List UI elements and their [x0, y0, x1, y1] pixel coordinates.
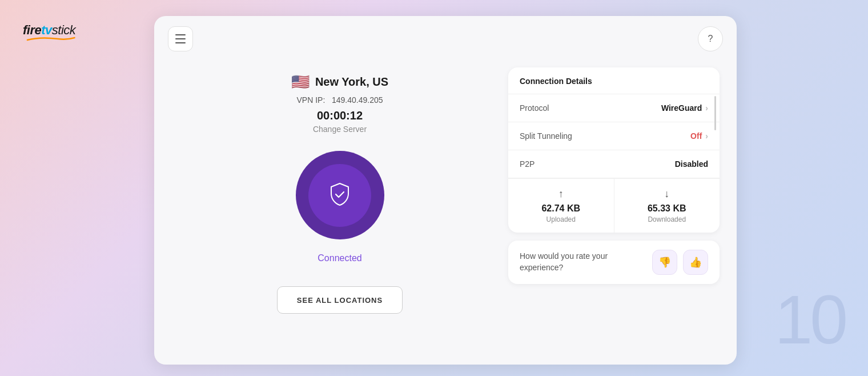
- location-name: New York, US: [315, 75, 388, 89]
- thumbs-up-button[interactable]: 👍: [683, 250, 708, 275]
- p2p-row: P2P Disabled: [508, 150, 720, 178]
- download-stat: ↓ 65.33 KB Downloaded: [614, 179, 720, 233]
- split-tunneling-value: Off ›: [690, 131, 708, 141]
- main-card: ? 🇺🇸 New York, US VPN IP: 149.40.49.205 …: [154, 16, 737, 365]
- timer: 00:00:12: [317, 109, 363, 122]
- content-area: 🇺🇸 New York, US VPN IP: 149.40.49.205 00…: [154, 62, 737, 365]
- change-server: Change Server: [313, 125, 367, 134]
- download-arrow-icon: ↓: [664, 188, 669, 200]
- thumbs-down-button[interactable]: 👎: [652, 250, 677, 275]
- logo-swoosh: [23, 35, 75, 42]
- help-icon: ?: [708, 34, 713, 44]
- menu-line-2: [175, 38, 186, 39]
- protocol-row[interactable]: Protocol WireGuard ›: [508, 94, 720, 122]
- stats-row: ↑ 62.74 KB Uploaded ↓ 65.33 KB Downloade…: [508, 178, 720, 233]
- connected-status: Connected: [318, 253, 361, 263]
- location-row: 🇺🇸 New York, US: [291, 73, 388, 91]
- split-tunneling-chevron: ›: [705, 131, 708, 141]
- left-panel: 🇺🇸 New York, US VPN IP: 149.40.49.205 00…: [171, 67, 508, 347]
- flag-icon: 🇺🇸: [291, 73, 310, 91]
- vpn-ip-label: VPN IP:: [297, 95, 326, 105]
- split-tunneling-label: Split Tunneling: [520, 131, 572, 141]
- vpn-circle-inner: [308, 164, 371, 227]
- menu-button[interactable]: [168, 26, 193, 51]
- vpn-ip-value: 149.40.49.205: [332, 95, 383, 105]
- download-value: 65.33 KB: [648, 203, 686, 214]
- upload-stat: ↑ 62.74 KB Uploaded: [508, 179, 614, 233]
- help-button[interactable]: ?: [698, 26, 723, 51]
- rating-question: How would you rate your experience?: [520, 251, 622, 273]
- thumbs-up-icon: 👍: [689, 256, 702, 269]
- vpn-connect-button[interactable]: [296, 151, 384, 239]
- watermark: 10: [775, 280, 845, 359]
- connection-details-header: Connection Details: [508, 67, 720, 94]
- top-bar: ?: [154, 16, 737, 62]
- protocol-chevron: ›: [705, 103, 708, 113]
- menu-line-1: [175, 34, 186, 35]
- thumbs-down-icon: 👎: [658, 256, 671, 269]
- rating-buttons: 👎 👍: [652, 250, 708, 275]
- vpn-ip: VPN IP: 149.40.49.205: [297, 95, 383, 105]
- shield-icon: [327, 181, 353, 210]
- p2p-value: Disabled: [675, 159, 708, 169]
- upload-value: 62.74 KB: [541, 203, 580, 214]
- see-all-locations-button[interactable]: SEE ALL LOCATIONS: [277, 286, 403, 314]
- p2p-label: P2P: [520, 159, 535, 169]
- connection-details-card: Connection Details Protocol WireGuard › …: [508, 67, 720, 233]
- menu-line-3: [175, 42, 186, 43]
- split-tunneling-row[interactable]: Split Tunneling Off ›: [508, 122, 720, 150]
- download-label: Downloaded: [648, 215, 686, 223]
- right-panel: Connection Details Protocol WireGuard › …: [508, 67, 720, 347]
- upload-arrow-icon: ↑: [558, 188, 564, 200]
- scrollbar: [714, 96, 716, 130]
- rating-card: How would you rate your experience? 👎 👍: [508, 241, 720, 284]
- logo: firetvstick: [23, 23, 75, 38]
- protocol-label: Protocol: [520, 103, 549, 113]
- protocol-value: WireGuard ›: [661, 103, 708, 113]
- upload-label: Uploaded: [546, 215, 576, 223]
